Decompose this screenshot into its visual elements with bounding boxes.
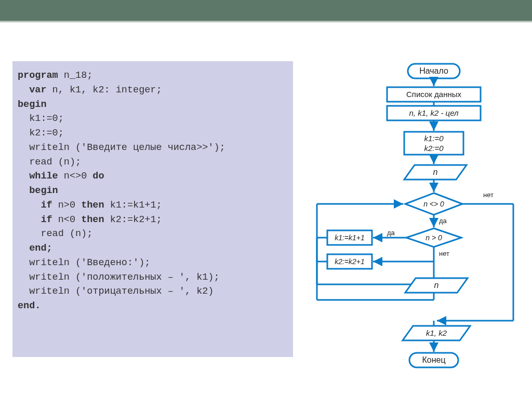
flow-inc-k1: k1:=k1+1: [335, 234, 365, 242]
flow-datalist: Список данных: [406, 90, 462, 99]
code-text: n_18;: [58, 70, 93, 81]
code-text: writeln ('положительных – ', k1);: [18, 272, 220, 283]
code-text: writeln ('отрицательных – ', k2): [18, 286, 214, 297]
code-kw: program: [18, 70, 58, 81]
code-kw: while: [18, 171, 58, 182]
flow-yes-2: да: [387, 229, 395, 237]
flow-no-1: нет: [483, 191, 494, 199]
code-text: k1:=0;: [18, 113, 64, 124]
flow-inc-k2: k2:=k2+1: [335, 257, 365, 266]
code-text: writeln ('Введите целые числа>>');: [18, 142, 225, 153]
code-text: k1:=k1+1;: [104, 200, 162, 211]
code-kw: if: [18, 200, 52, 211]
flow-vars: n, k1, k2 - цел: [409, 108, 459, 117]
flow-cond2: n > 0: [425, 234, 442, 242]
flow-read-n1: n: [433, 168, 438, 176]
code-kw: then: [81, 200, 104, 211]
header-bar: [0, 0, 532, 21]
code-kw: begin: [18, 99, 47, 110]
flow-cond1: n <> 0: [423, 200, 444, 208]
code-text: n, k1, k2: integer;: [47, 85, 162, 95]
code-text: read (n);: [18, 228, 92, 239]
code-kw: begin: [18, 185, 58, 196]
flow-read-n2: n: [434, 281, 439, 290]
code-kw: end;: [18, 243, 52, 254]
header-line: [0, 21, 532, 22]
flow-init2: k2:=0: [424, 144, 444, 153]
code-block: program n_18; var n, k1, k2: integer; be…: [12, 61, 293, 357]
code-kw: then: [81, 214, 104, 225]
flowchart: Начало Список данных n, k1, k2 - цел k1:…: [307, 61, 525, 393]
flow-start: Начало: [419, 66, 448, 75]
code-kw: var: [18, 85, 47, 95]
flow-yes-1: да: [439, 217, 447, 225]
code-kw: if: [18, 214, 52, 225]
code-text: k2:=0;: [18, 128, 64, 139]
flow-no-2: нет: [439, 250, 449, 257]
code-kw: do: [92, 171, 104, 182]
code-text: n>0: [52, 200, 82, 211]
code-text: read (n);: [18, 157, 81, 168]
code-kw: end.: [18, 300, 41, 311]
code-text: writeln ('Введено:');: [18, 257, 150, 268]
code-text: n<0: [52, 214, 82, 225]
code-text: k2:=k2+1;: [104, 214, 162, 225]
flow-init1: k1:=0: [424, 134, 444, 143]
flow-end: Конец: [422, 355, 445, 364]
code-text: n<>0: [58, 171, 93, 182]
flow-out: k1, k2: [426, 328, 447, 337]
